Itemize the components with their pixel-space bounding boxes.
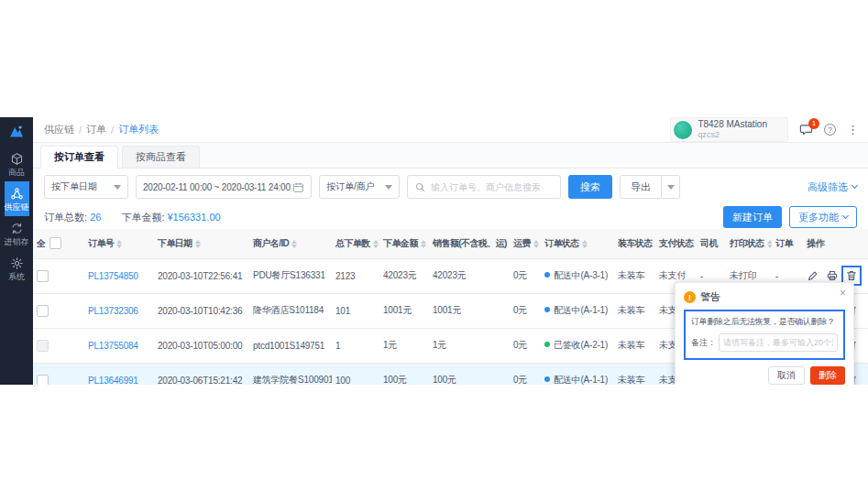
- table-header-row: 全 订单号下单日期商户名/ID总下单数下单金额销售额(不含税、运)运费订单状态装…: [33, 229, 868, 258]
- more-functions-button[interactable]: 更多功能: [789, 206, 857, 228]
- sales-amount: 100元: [429, 363, 510, 385]
- sidebar-nav: 商品供应链进销存系统: [5, 147, 29, 286]
- advanced-filter-link[interactable]: 高级筛选: [808, 180, 857, 194]
- date-range-input[interactable]: 2020-02-11 00:00 ~ 2020-03-11 24:00: [136, 175, 312, 199]
- sort-icon[interactable]: [195, 240, 201, 248]
- order-amount: 100元: [379, 363, 429, 385]
- column-header[interactable]: 运费: [510, 229, 541, 258]
- load-status: 未装车: [614, 363, 655, 385]
- sidebar-item-system[interactable]: 系统: [5, 251, 29, 286]
- more-menu-icon[interactable]: ⋮: [847, 124, 859, 136]
- search-input[interactable]: [431, 182, 554, 192]
- merchant-name: ptcd1001S149751: [249, 328, 332, 363]
- delete-button[interactable]: 删除: [810, 366, 845, 385]
- breadcrumb-separator: /: [79, 125, 82, 136]
- order-number-link[interactable]: PL13754850: [88, 271, 138, 281]
- export-dropdown-button[interactable]: [662, 175, 680, 199]
- box-icon: [10, 152, 24, 166]
- row-checkbox[interactable]: [37, 305, 49, 317]
- remark-input[interactable]: [719, 333, 838, 352]
- breadcrumb-item[interactable]: 订单: [86, 123, 106, 136]
- edit-icon[interactable]: [807, 269, 819, 282]
- breadcrumb-item[interactable]: 供应链: [44, 123, 74, 136]
- search-type-select[interactable]: 按订单/商户: [319, 175, 400, 199]
- order-number-link[interactable]: PL13755084: [88, 341, 138, 351]
- column-header[interactable]: 打印状态: [726, 229, 772, 258]
- freight: 0元: [510, 328, 541, 363]
- column-header: 支付状态: [655, 229, 697, 258]
- sidebar-item-goods[interactable]: 商品: [5, 147, 29, 181]
- order-number-link[interactable]: PL13646991: [88, 376, 138, 386]
- help-icon[interactable]: ?: [824, 124, 836, 136]
- close-icon[interactable]: ×: [840, 287, 846, 300]
- export-button[interactable]: 导出: [620, 175, 662, 199]
- chevron-down-icon: [114, 185, 121, 190]
- order-status: 配送中(A-3-1): [541, 258, 614, 293]
- column-header[interactable]: 销售额(不含税、运): [429, 229, 510, 258]
- column-header[interactable]: 商户名/ID: [249, 229, 332, 258]
- sidebar-item-label: 进销存: [5, 237, 29, 246]
- sort-icon[interactable]: [291, 240, 297, 248]
- row-checkbox[interactable]: [37, 270, 49, 282]
- breadcrumb-item[interactable]: 订单列表: [118, 123, 159, 136]
- order-amount: 1001元: [379, 293, 429, 328]
- message-icon[interactable]: 1: [799, 123, 813, 136]
- main-area: 供应链/订单/订单列表 T8428 MAstation qzcs2 1 ?: [33, 117, 868, 385]
- supply-chain-icon: [10, 187, 24, 201]
- sort-icon[interactable]: [767, 240, 772, 248]
- sales-amount: 42023元: [429, 258, 510, 293]
- popover-title: 警告: [700, 290, 720, 304]
- sales-amount: 1元: [429, 328, 510, 363]
- select-all-checkbox[interactable]: [49, 237, 61, 249]
- chevron-down-icon: [842, 212, 849, 219]
- load-status: 未装车: [614, 258, 655, 293]
- print-icon[interactable]: [826, 269, 839, 282]
- sort-icon[interactable]: [582, 240, 588, 248]
- load-status: 未装车: [614, 293, 655, 328]
- popover-header: ! 警告: [684, 290, 845, 304]
- date-type-value: 按下单日期: [51, 180, 97, 193]
- row-checkbox[interactable]: [37, 340, 49, 352]
- tab-strip: 按订单查看按商品查看: [33, 143, 868, 169]
- export-group: 导出: [620, 175, 680, 199]
- column-header[interactable]: 下单日期: [154, 229, 249, 258]
- select-all-header[interactable]: 全: [33, 229, 84, 258]
- chevron-down-icon: [852, 182, 858, 189]
- notification-badge: 1: [808, 118, 819, 129]
- search-button[interactable]: 搜索: [568, 175, 612, 199]
- sort-icon[interactable]: [373, 240, 379, 248]
- sidebar-item-inventory[interactable]: 进销存: [5, 216, 29, 251]
- column-header: 操作: [803, 229, 868, 258]
- highlight-box: 订单删除之后无法恢复，是否确认删除？ 备注：: [684, 310, 845, 360]
- order-number-cell: PL13732306: [84, 293, 154, 328]
- sidebar-item-supply-chain[interactable]: 供应链: [5, 181, 29, 216]
- warning-icon: !: [684, 291, 696, 303]
- sort-icon[interactable]: [116, 240, 122, 248]
- date-type-select[interactable]: 按下单日期: [44, 175, 128, 199]
- logo-icon: [7, 123, 26, 141]
- delete-confirm-popover: × ! 警告 订单删除之后无法恢复，是否确认删除？ 备注： 取消 删除: [675, 282, 854, 385]
- summary-actions: 新建订单 更多功能: [723, 206, 857, 228]
- sort-icon[interactable]: [533, 240, 539, 248]
- column-header[interactable]: 订单号: [84, 229, 154, 258]
- delete-icon[interactable]: [845, 269, 858, 282]
- column-header[interactable]: 订单状态: [541, 229, 614, 258]
- app-logo[interactable]: [0, 117, 33, 147]
- calendar-icon: [292, 181, 304, 193]
- user-chip[interactable]: T8428 MAstation qzcs2: [670, 117, 788, 142]
- filter-bar: 按下单日期 2020-02-11 00:00 ~ 2020-03-11 24:0…: [33, 169, 868, 205]
- freight: 0元: [510, 363, 541, 385]
- order-number-link[interactable]: PL13732306: [88, 306, 138, 316]
- sort-icon[interactable]: [421, 240, 426, 248]
- order-date: 2020-03-10T10:42:36: [154, 293, 249, 328]
- cancel-button[interactable]: 取消: [768, 366, 805, 385]
- tab-view-by-order[interactable]: 按订单查看: [40, 146, 118, 169]
- tab-view-by-product[interactable]: 按商品查看: [122, 146, 200, 168]
- new-order-button[interactable]: 新建订单: [723, 206, 782, 228]
- status-dot: [544, 376, 550, 382]
- row-checkbox[interactable]: [37, 375, 49, 386]
- order-number-cell: PL13754850: [84, 258, 154, 293]
- chevron-down-icon: [385, 185, 392, 190]
- column-header[interactable]: 总下单数: [332, 229, 379, 258]
- column-header[interactable]: 下单金额: [379, 229, 429, 258]
